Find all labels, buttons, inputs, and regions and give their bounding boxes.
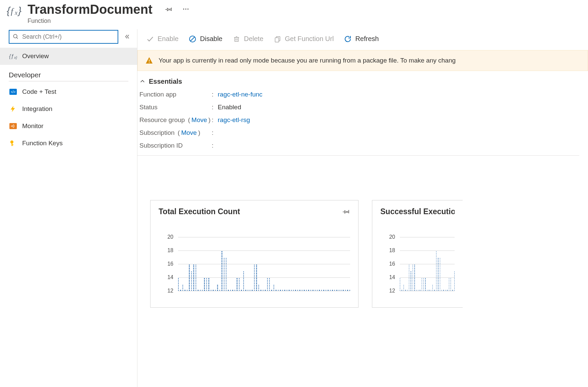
key-icon <box>9 139 17 148</box>
lightning-icon <box>9 105 17 113</box>
page-subtitle: Function <box>28 17 153 25</box>
function-fx-icon: { f x } <box>6 3 22 19</box>
toolbar-label: Refresh <box>355 35 379 43</box>
check-icon <box>146 35 154 43</box>
function-app-link[interactable]: ragc-etl-ne-func <box>218 91 262 98</box>
sidebar-item-label: Overview <box>22 52 49 60</box>
search-input[interactable] <box>22 33 114 40</box>
more-button[interactable] <box>182 5 190 13</box>
sidebar: {ƒx} Overview Developer </> Code + Test … <box>0 29 137 387</box>
main-content: Enable Disable Delete <box>137 29 588 387</box>
svg-text:f: f <box>11 6 14 16</box>
delete-button: Delete <box>233 35 263 43</box>
enable-button: Enable <box>146 35 178 43</box>
search-icon <box>13 34 19 40</box>
toolbar-label: Enable <box>158 35 178 43</box>
warning-icon <box>145 56 153 65</box>
page-header: { f x } TransformDocument Function <box>0 0 588 29</box>
sidebar-group-developer: Developer <box>9 71 128 81</box>
svg-point-4 <box>183 8 184 9</box>
essentials-label: Subscription (Move) <box>139 129 212 137</box>
collapse-sidebar-button[interactable] <box>123 32 132 41</box>
move-subscription-link[interactable]: Move <box>181 129 197 137</box>
svg-rect-27 <box>149 60 150 62</box>
svg-point-14 <box>11 126 12 127</box>
sidebar-item-integration[interactable]: Integration <box>0 101 137 118</box>
chart-title: Successful Execution C <box>380 207 455 216</box>
copy-icon <box>274 35 282 43</box>
prohibit-icon <box>188 35 197 43</box>
svg-text:</>: </> <box>11 90 16 94</box>
svg-point-5 <box>185 8 186 9</box>
svg-text:x: x <box>14 9 17 16</box>
sidebar-item-label: Code + Test <box>22 88 56 95</box>
code-icon: </> <box>9 87 17 96</box>
toolbar-label: Get Function Url <box>285 35 334 43</box>
essentials-label: Subscription ID <box>139 142 212 149</box>
essentials-row-function-app: Function app : ragc-etl-ne-func <box>139 91 579 98</box>
essentials-row-status: Status : Enabled <box>139 104 579 111</box>
sidebar-search[interactable] <box>9 30 118 44</box>
command-bar: Enable Disable Delete <box>137 29 588 50</box>
svg-line-8 <box>16 38 18 39</box>
svg-text:{ƒ: {ƒ <box>9 53 14 59</box>
essentials-row-subscription: Subscription (Move) : <box>139 129 579 137</box>
trash-icon <box>233 35 241 43</box>
refresh-icon <box>344 35 352 43</box>
monitor-icon <box>9 122 17 130</box>
svg-rect-20 <box>235 37 238 41</box>
status-value: Enabled <box>218 104 241 111</box>
pin-button[interactable] <box>165 5 173 13</box>
svg-point-6 <box>187 8 188 9</box>
chart-card-total-execution: Total Execution Count 1214161820 <box>150 200 359 308</box>
sidebar-item-label: Monitor <box>22 122 43 130</box>
toolbar-label: Delete <box>244 35 263 43</box>
sidebar-item-function-keys[interactable]: Function Keys <box>0 135 137 152</box>
svg-rect-28 <box>149 62 150 63</box>
svg-line-19 <box>191 37 195 41</box>
sidebar-item-label: Function Keys <box>22 140 62 147</box>
essentials-label: Resource group (Move) <box>139 116 212 124</box>
resource-group-link[interactable]: ragc-etl-rsg <box>218 116 250 124</box>
essentials-label: Function app <box>139 91 212 98</box>
essentials-toggle[interactable]: Essentials <box>137 78 579 85</box>
chart-title: Total Execution Count <box>159 207 240 216</box>
sidebar-item-overview[interactable]: {ƒx} Overview <box>0 48 137 65</box>
essentials-row-subscription-id: Subscription ID : <box>139 142 579 149</box>
pin-chart-button[interactable] <box>343 208 350 215</box>
sidebar-item-label: Integration <box>22 105 52 113</box>
svg-rect-13 <box>9 123 17 129</box>
essentials-heading: Essentials <box>149 78 182 85</box>
svg-point-7 <box>13 35 17 38</box>
move-resource-group-link[interactable]: Move <box>192 116 207 124</box>
banner-text: Your app is currently in read only mode … <box>159 57 456 64</box>
readonly-warning-banner: Your app is currently in read only mode … <box>137 50 588 71</box>
refresh-button[interactable]: Refresh <box>344 35 379 43</box>
page-title: TransformDocument <box>28 3 153 17</box>
svg-rect-26 <box>275 38 279 42</box>
chart-plot-area: 1214161820 <box>162 237 350 291</box>
disable-button[interactable]: Disable <box>188 35 222 43</box>
svg-text:}: } <box>17 5 22 16</box>
essentials-row-resource-group: Resource group (Move) : ragc-etl-rsg <box>139 116 579 124</box>
get-function-url-button: Get Function Url <box>274 35 334 43</box>
chart-plot-area: 1214161820 <box>384 237 455 291</box>
function-fx-small-icon: {ƒx} <box>9 52 17 61</box>
svg-rect-17 <box>11 145 13 145</box>
chart-card-successful-execution: Successful Execution C 1214161820 <box>372 200 463 308</box>
essentials-label: Status <box>139 104 212 111</box>
toolbar-label: Disable <box>200 35 222 43</box>
sidebar-item-monitor[interactable]: Monitor <box>0 118 137 135</box>
chevron-up-icon <box>139 78 145 84</box>
sidebar-item-code-test[interactable]: </> Code + Test <box>0 83 137 101</box>
svg-text:x}: x} <box>14 55 17 60</box>
